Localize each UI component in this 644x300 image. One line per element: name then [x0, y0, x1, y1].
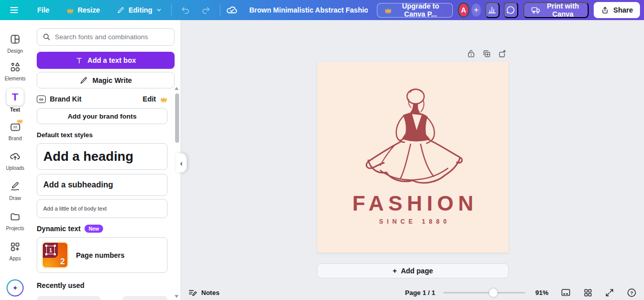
elements-shapes-icon — [10, 61, 21, 72]
page-numbers-icon: 1 2 — [41, 241, 69, 269]
search-icon — [42, 33, 51, 41]
help-icon[interactable]: ? — [626, 287, 637, 298]
main-menu-button[interactable] — [4, 2, 24, 18]
magic-pencil-icon — [79, 76, 88, 84]
scroll-up-arrow[interactable] — [175, 87, 179, 90]
notes-icon — [188, 288, 197, 297]
zoom-slider-track — [443, 292, 525, 293]
apps-grid-icon — [10, 241, 21, 252]
dynamic-text-header: Dynamic text New — [37, 225, 103, 233]
crown-icon — [66, 7, 74, 14]
chevron-down-icon — [156, 7, 162, 13]
bar-chart-icon — [487, 5, 497, 15]
brand-kit-icon: co — [10, 122, 21, 132]
add-heading-card[interactable]: Add a heading — [37, 143, 168, 170]
avatar[interactable]: A — [458, 3, 469, 18]
file-menu-button[interactable]: File — [32, 3, 54, 17]
design-canvas-page[interactable]: FASHION SINCE 1880 — [317, 62, 509, 253]
fashion-logo-illustration — [360, 84, 466, 189]
search-input[interactable] — [55, 33, 169, 41]
magic-write-button[interactable]: Magic Write — [37, 72, 175, 88]
duplicate-page-icon[interactable] — [482, 49, 491, 58]
workspace: FASHION SINCE 1880 + Add page Notes Page… — [181, 20, 644, 300]
add-body-text-card[interactable]: Add a little bit of body text — [37, 199, 168, 218]
plus-icon: + — [473, 5, 478, 15]
crown-icon — [17, 118, 23, 124]
collapse-panel-button[interactable]: ‹ — [176, 153, 187, 172]
logo-subtitle-text[interactable]: SINCE 1880 — [317, 218, 509, 225]
comment-icon — [506, 5, 516, 15]
panel-scrollbar[interactable] — [175, 93, 179, 143]
text-icon: T — [7, 88, 24, 106]
add-subheading-card[interactable]: Add a subheading — [37, 174, 168, 196]
recently-used-card[interactable] — [122, 296, 168, 300]
design-icon — [10, 34, 21, 45]
delivery-truck-icon — [531, 6, 541, 15]
folder-icon — [10, 211, 21, 222]
svg-text:co: co — [13, 125, 17, 128]
recently-used-card[interactable] — [37, 296, 101, 300]
undo-icon — [181, 5, 191, 15]
comments-button[interactable] — [504, 2, 518, 18]
scroll-down-arrow[interactable] — [175, 295, 179, 298]
editing-mode-dropdown[interactable]: Editing — [112, 3, 167, 17]
pages-view-icon[interactable] — [560, 288, 571, 297]
sparkle-icon: ✦ — [8, 280, 23, 295]
fullscreen-icon[interactable] — [605, 288, 614, 297]
upload-cloud-icon — [10, 151, 21, 162]
zoom-slider[interactable] — [443, 288, 525, 296]
hamburger-icon — [9, 5, 19, 15]
grid-view-icon[interactable] — [583, 288, 593, 297]
status-bar: Notes Page 1 / 1 91% ? — [181, 285, 644, 300]
sidebar-item-apps[interactable]: Apps — [0, 241, 30, 261]
add-brand-fonts-button[interactable]: Add your brand fonts — [37, 108, 168, 124]
insights-button[interactable] — [485, 2, 500, 18]
undo-button[interactable] — [176, 2, 196, 18]
crown-icon — [160, 96, 168, 103]
add-page-icon[interactable] — [498, 49, 507, 58]
text-t-icon — [75, 57, 83, 64]
zoom-percentage: 91% — [535, 289, 548, 296]
logo-title-text[interactable]: FASHION — [317, 191, 509, 216]
sidebar-item-text[interactable]: T Text — [0, 88, 30, 113]
notes-button[interactable]: Notes — [188, 288, 219, 297]
text-panel: Add a text box Magic Write co Brand Kit … — [30, 20, 181, 300]
sidebar-item-draw[interactable]: Draw — [0, 181, 30, 201]
topbar-divider — [171, 5, 172, 16]
add-member-button[interactable]: + — [471, 4, 481, 17]
resize-button[interactable]: Resize — [61, 3, 105, 17]
top-bar: File Resize Editing — [0, 0, 644, 20]
pencil-icon — [117, 6, 125, 14]
page-numbers-card[interactable]: 1 2 Page numbers — [37, 237, 168, 273]
add-page-button[interactable]: + Add page — [317, 263, 509, 278]
add-text-box-button[interactable]: Add a text box — [37, 52, 175, 69]
zoom-slider-handle[interactable] — [489, 288, 498, 297]
brand-kit-row: co Brand Kit Edit — [37, 94, 168, 104]
sidebar-item-design[interactable]: Design — [0, 34, 30, 54]
canva-editor: File Resize Editing — [0, 0, 644, 300]
font-search[interactable] — [37, 28, 175, 46]
share-button[interactable]: Share — [594, 2, 640, 18]
sidebar-item-projects[interactable]: Projects — [0, 211, 30, 231]
plus-icon: + — [393, 267, 397, 275]
print-with-canva-button[interactable]: Print with Canva — [523, 2, 589, 18]
new-badge: New — [85, 225, 103, 233]
magic-assistant-button[interactable]: ✦ — [7, 279, 24, 296]
cloud-saved-icon[interactable] — [226, 4, 238, 16]
document-title[interactable]: Brown Minimalistic Abstract Fashion Bran… — [249, 6, 367, 14]
brand-kit-edit-link[interactable]: Edit — [143, 95, 156, 103]
topbar-divider — [220, 5, 220, 16]
redo-icon — [201, 5, 211, 15]
sidebar-item-brand[interactable]: co Brand — [0, 122, 30, 141]
sidebar-item-uploads[interactable]: Uploads — [0, 151, 30, 171]
redo-button[interactable] — [196, 2, 216, 18]
lock-icon[interactable] — [467, 49, 475, 58]
share-upload-icon — [601, 6, 609, 15]
upgrade-button[interactable]: Upgrade to Canva P... — [377, 3, 453, 18]
draw-pencil-icon — [10, 181, 21, 192]
sidebar-item-elements[interactable]: Elements — [0, 61, 30, 81]
svg-text:?: ? — [630, 290, 633, 295]
page-actions-toolbar — [467, 49, 507, 58]
page-indicator: Page 1 / 1 — [405, 289, 435, 296]
recently-used-label: Recently used — [37, 281, 85, 289]
